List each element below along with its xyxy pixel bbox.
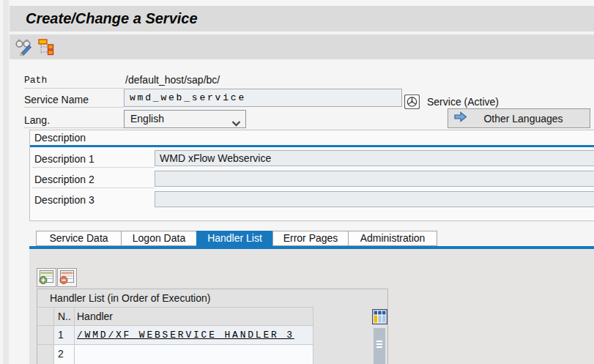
description-group-title: Description <box>34 132 86 144</box>
description-1-label: Description 1 <box>32 152 155 168</box>
row-selector[interactable] <box>37 345 54 364</box>
title-bar: Create/Change a Service <box>10 6 594 31</box>
scrollbar-grip <box>376 341 382 342</box>
chevron-down-icon <box>231 116 241 130</box>
handler-table: Handler List (in Order of Execution) N..… <box>37 289 388 364</box>
lang-dropdown-value: English <box>125 111 245 127</box>
table-row: 2 <box>37 345 313 364</box>
page-title: Create/Change a Service <box>10 6 594 31</box>
other-languages-button[interactable]: Other Languages <box>448 108 590 128</box>
lang-dropdown[interactable]: English <box>124 110 246 128</box>
other-languages-button-label: Other Languages <box>467 113 590 125</box>
handler-input[interactable]: /WMD/XF_WEBSERVICE_HANDLER_3 <box>75 326 313 344</box>
tab-service-data[interactable]: Service Data <box>36 231 122 246</box>
scrollbar-grip <box>376 346 382 348</box>
scrollbar-grip <box>376 343 382 345</box>
row-selector-header[interactable] <box>37 308 54 325</box>
service-name-input[interactable]: wmd_web_service <box>124 89 402 107</box>
description-divider <box>30 145 594 147</box>
column-header-handler[interactable]: Handler <box>75 308 313 325</box>
row-selector[interactable] <box>37 326 54 344</box>
tab-administration[interactable]: Administration <box>348 231 437 246</box>
row-num: 2 <box>54 345 75 364</box>
tab-logon-data[interactable]: Logon Data <box>121 231 197 246</box>
handler-input[interactable] <box>75 345 313 364</box>
application-toolbar <box>10 34 594 59</box>
description-group: Description Description 1 WMD xFlow Webs… <box>29 130 594 221</box>
lang-label: Lang. <box>24 113 124 128</box>
handler-table-header: N.. Handler <box>37 307 313 326</box>
column-header-num[interactable]: N.. <box>54 308 75 325</box>
arrow-right-icon <box>454 111 467 125</box>
handler-list-panel: Handler List (in Order of Execution) N..… <box>29 249 594 364</box>
vertical-scrollbar[interactable] <box>374 328 385 364</box>
path-value: /default_host/sap/bc/ <box>125 74 220 86</box>
handler-table-title: Handler List (in Order of Execution) <box>37 289 387 307</box>
tab-error-pages[interactable]: Error Pages <box>272 231 349 246</box>
path-label: Path <box>24 73 124 89</box>
hierarchy-icon[interactable] <box>37 38 56 56</box>
service-status: Service (Active) <box>427 96 499 108</box>
description-2-label: Description 2 <box>32 172 155 188</box>
tab-handler-list[interactable]: Handler List <box>196 231 273 246</box>
service-type-icon <box>404 94 420 109</box>
table-settings-icon[interactable] <box>372 309 387 324</box>
table-row: 1 /WMD/XF_WEBSERVICE_HANDLER_3 <box>37 326 313 345</box>
description-3-input[interactable] <box>155 191 594 207</box>
display-change-icon[interactable] <box>15 38 34 56</box>
description-2-input[interactable] <box>155 171 594 187</box>
description-3-label: Description 3 <box>32 193 155 209</box>
window-left-edge <box>3 0 9 364</box>
delete-row-button[interactable] <box>57 268 77 287</box>
insert-row-button[interactable] <box>37 268 56 287</box>
row-num: 1 <box>54 326 75 344</box>
description-1-input[interactable]: WMD xFlow Webservice <box>155 150 594 166</box>
tab-strip: Service Data Logon Data Handler List Err… <box>36 231 437 246</box>
service-name-label: Service Name <box>24 92 124 108</box>
